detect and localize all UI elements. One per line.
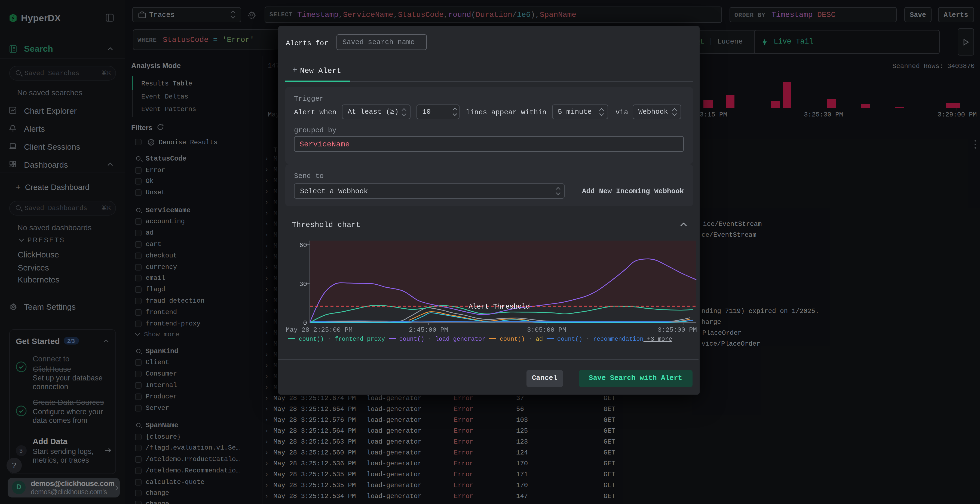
svg-text:Alert Threshold: Alert Threshold bbox=[468, 303, 530, 310]
svg-text:60: 60 bbox=[299, 242, 307, 249]
svg-text:2:45:00 PM: 2:45:00 PM bbox=[409, 326, 448, 333]
svg-text:3:05:00 PM: 3:05:00 PM bbox=[527, 326, 566, 333]
svg-text:30: 30 bbox=[299, 280, 307, 288]
svg-text:May 28 2:25:00 PM: May 28 2:25:00 PM bbox=[286, 326, 353, 333]
svg-text:3:25:00 PM: 3:25:00 PM bbox=[658, 326, 697, 333]
svg-text:0: 0 bbox=[303, 319, 307, 327]
